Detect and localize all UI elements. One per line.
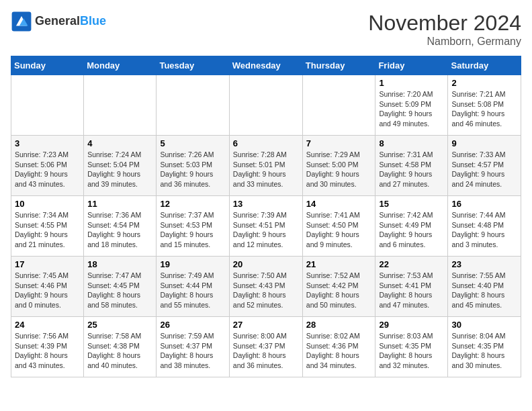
title-area: November 2024 Namborn, Germany: [368, 11, 521, 48]
day-number: 7: [306, 138, 372, 148]
calendar-cell: 15Sunrise: 7:42 AM Sunset: 4:49 PM Dayli…: [375, 196, 448, 257]
calendar-cell: 22Sunrise: 7:53 AM Sunset: 4:41 PM Dayli…: [375, 257, 448, 317]
day-number: 24: [15, 320, 80, 330]
calendar-cell: [11, 75, 84, 136]
calendar-cell: 6Sunrise: 7:28 AM Sunset: 5:01 PM Daylig…: [229, 136, 302, 196]
day-number: 4: [87, 138, 152, 148]
day-number: 2: [451, 78, 517, 88]
calendar-cell: 9Sunrise: 7:33 AM Sunset: 4:57 PM Daylig…: [448, 136, 521, 196]
calendar-cell: 11Sunrise: 7:36 AM Sunset: 4:54 PM Dayli…: [84, 196, 157, 257]
day-detail: Sunrise: 7:36 AM Sunset: 4:54 PM Dayligh…: [87, 210, 152, 250]
day-detail: Sunrise: 7:20 AM Sunset: 5:09 PM Dayligh…: [379, 89, 444, 129]
day-number: 5: [160, 138, 225, 148]
day-detail: Sunrise: 7:58 AM Sunset: 4:38 PM Dayligh…: [87, 331, 152, 371]
month-title: November 2024: [368, 11, 521, 36]
calendar-week-row: 3Sunrise: 7:23 AM Sunset: 5:06 PM Daylig…: [11, 136, 521, 196]
weekday-header: Monday: [84, 56, 157, 75]
calendar-table: SundayMondayTuesdayWednesdayThursdayFrid…: [11, 56, 521, 377]
day-number: 12: [160, 199, 225, 209]
calendar-cell: 16Sunrise: 7:44 AM Sunset: 4:48 PM Dayli…: [448, 196, 521, 257]
calendar-cell: 14Sunrise: 7:41 AM Sunset: 4:50 PM Dayli…: [302, 196, 375, 257]
day-number: 13: [233, 199, 299, 209]
calendar-cell: 27Sunrise: 8:00 AM Sunset: 4:37 PM Dayli…: [229, 317, 302, 377]
day-detail: Sunrise: 7:34 AM Sunset: 4:55 PM Dayligh…: [15, 210, 80, 250]
calendar-cell: 7Sunrise: 7:29 AM Sunset: 5:00 PM Daylig…: [302, 136, 375, 196]
day-detail: Sunrise: 7:53 AM Sunset: 4:41 PM Dayligh…: [379, 271, 444, 310]
day-number: 30: [451, 320, 517, 330]
calendar-cell: [84, 75, 157, 136]
day-detail: Sunrise: 7:29 AM Sunset: 5:00 PM Dayligh…: [306, 150, 372, 189]
day-detail: Sunrise: 7:37 AM Sunset: 4:53 PM Dayligh…: [160, 210, 225, 250]
location-title: Namborn, Germany: [368, 36, 521, 48]
calendar-cell: 13Sunrise: 7:39 AM Sunset: 4:51 PM Dayli…: [229, 196, 302, 257]
day-number: 23: [451, 259, 517, 269]
day-number: 16: [451, 199, 517, 209]
calendar-cell: 18Sunrise: 7:47 AM Sunset: 4:45 PM Dayli…: [84, 257, 157, 317]
day-number: 20: [233, 259, 299, 269]
day-detail: Sunrise: 7:28 AM Sunset: 5:01 PM Dayligh…: [233, 150, 299, 189]
calendar-cell: 20Sunrise: 7:50 AM Sunset: 4:43 PM Dayli…: [229, 257, 302, 317]
calendar-week-row: 1Sunrise: 7:20 AM Sunset: 5:09 PM Daylig…: [11, 75, 521, 136]
day-number: 25: [87, 320, 152, 330]
day-number: 15: [379, 199, 444, 209]
day-number: 26: [160, 320, 225, 330]
day-number: 19: [160, 259, 225, 269]
calendar-cell: 26Sunrise: 7:59 AM Sunset: 4:37 PM Dayli…: [157, 317, 229, 377]
calendar-cell: 29Sunrise: 8:03 AM Sunset: 4:35 PM Dayli…: [375, 317, 448, 377]
weekday-header: Thursday: [302, 56, 375, 75]
calendar-cell: 8Sunrise: 7:31 AM Sunset: 4:58 PM Daylig…: [375, 136, 448, 196]
day-detail: Sunrise: 8:02 AM Sunset: 4:36 PM Dayligh…: [306, 331, 372, 371]
logo-icon: [11, 11, 32, 32]
logo: GeneralBlue: [11, 11, 106, 32]
calendar-cell: 24Sunrise: 7:56 AM Sunset: 4:39 PM Dayli…: [11, 317, 84, 377]
calendar-cell: 23Sunrise: 7:55 AM Sunset: 4:40 PM Dayli…: [448, 257, 521, 317]
calendar-cell: 1Sunrise: 7:20 AM Sunset: 5:09 PM Daylig…: [375, 75, 448, 136]
weekday-header-row: SundayMondayTuesdayWednesdayThursdayFrid…: [11, 56, 521, 75]
day-detail: Sunrise: 7:23 AM Sunset: 5:06 PM Dayligh…: [15, 150, 80, 189]
day-detail: Sunrise: 7:31 AM Sunset: 4:58 PM Dayligh…: [379, 150, 444, 189]
day-detail: Sunrise: 7:24 AM Sunset: 5:04 PM Dayligh…: [87, 150, 152, 189]
day-detail: Sunrise: 8:00 AM Sunset: 4:37 PM Dayligh…: [233, 331, 299, 371]
calendar-cell: [229, 75, 302, 136]
weekday-header: Wednesday: [229, 56, 302, 75]
day-detail: Sunrise: 7:26 AM Sunset: 5:03 PM Dayligh…: [160, 150, 225, 189]
day-number: 21: [306, 259, 372, 269]
day-number: 29: [379, 320, 444, 330]
day-detail: Sunrise: 7:42 AM Sunset: 4:49 PM Dayligh…: [379, 210, 444, 250]
calendar-cell: 2Sunrise: 7:21 AM Sunset: 5:08 PM Daylig…: [448, 75, 521, 136]
calendar-cell: 25Sunrise: 7:58 AM Sunset: 4:38 PM Dayli…: [84, 317, 157, 377]
logo-text: GeneralBlue: [35, 15, 106, 28]
day-number: 3: [15, 138, 80, 148]
weekday-header: Tuesday: [157, 56, 229, 75]
day-detail: Sunrise: 8:03 AM Sunset: 4:35 PM Dayligh…: [379, 331, 444, 371]
calendar-week-row: 24Sunrise: 7:56 AM Sunset: 4:39 PM Dayli…: [11, 317, 521, 377]
calendar-cell: 4Sunrise: 7:24 AM Sunset: 5:04 PM Daylig…: [84, 136, 157, 196]
day-detail: Sunrise: 7:50 AM Sunset: 4:43 PM Dayligh…: [233, 271, 299, 310]
calendar-cell: 12Sunrise: 7:37 AM Sunset: 4:53 PM Dayli…: [157, 196, 229, 257]
day-detail: Sunrise: 7:44 AM Sunset: 4:48 PM Dayligh…: [451, 210, 517, 250]
day-number: 11: [87, 199, 152, 209]
day-number: 8: [379, 138, 444, 148]
day-number: 10: [15, 199, 80, 209]
calendar-cell: [302, 75, 375, 136]
day-number: 1: [379, 78, 444, 88]
calendar-cell: 28Sunrise: 8:02 AM Sunset: 4:36 PM Dayli…: [302, 317, 375, 377]
day-detail: Sunrise: 7:39 AM Sunset: 4:51 PM Dayligh…: [233, 210, 299, 250]
calendar-week-row: 10Sunrise: 7:34 AM Sunset: 4:55 PM Dayli…: [11, 196, 521, 257]
day-number: 14: [306, 199, 372, 209]
calendar-cell: 21Sunrise: 7:52 AM Sunset: 4:42 PM Dayli…: [302, 257, 375, 317]
day-number: 9: [451, 138, 517, 148]
calendar-cell: 17Sunrise: 7:45 AM Sunset: 4:46 PM Dayli…: [11, 257, 84, 317]
calendar-cell: 10Sunrise: 7:34 AM Sunset: 4:55 PM Dayli…: [11, 196, 84, 257]
calendar-cell: 19Sunrise: 7:49 AM Sunset: 4:44 PM Dayli…: [157, 257, 229, 317]
weekday-header: Sunday: [11, 56, 84, 75]
day-detail: Sunrise: 7:52 AM Sunset: 4:42 PM Dayligh…: [306, 271, 372, 310]
day-detail: Sunrise: 8:04 AM Sunset: 4:35 PM Dayligh…: [451, 331, 517, 371]
day-detail: Sunrise: 7:56 AM Sunset: 4:39 PM Dayligh…: [15, 331, 80, 371]
day-number: 18: [87, 259, 152, 269]
day-number: 6: [233, 138, 299, 148]
day-number: 17: [15, 259, 80, 269]
day-detail: Sunrise: 7:59 AM Sunset: 4:37 PM Dayligh…: [160, 331, 225, 371]
calendar-cell: 30Sunrise: 8:04 AM Sunset: 4:35 PM Dayli…: [448, 317, 521, 377]
day-detail: Sunrise: 7:21 AM Sunset: 5:08 PM Dayligh…: [451, 89, 517, 129]
